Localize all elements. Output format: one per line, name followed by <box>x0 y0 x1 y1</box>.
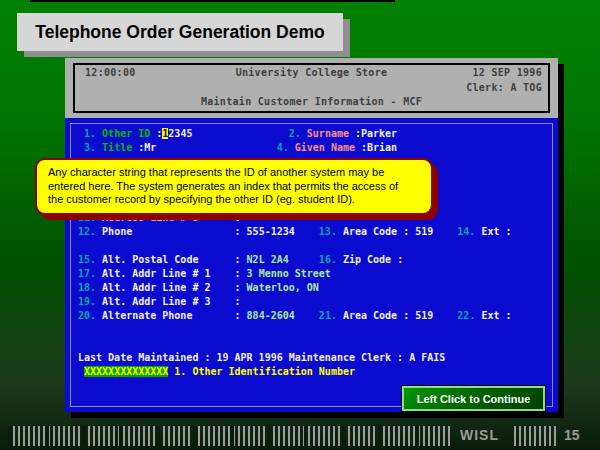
screen-text: 15. <box>78 254 102 265</box>
screen-text: 884-2604 <box>247 310 295 321</box>
screen-text: 17. <box>78 268 102 279</box>
screen-text: 19. <box>78 296 102 307</box>
tooltip-text: Any character string that represents the… <box>48 166 420 207</box>
screen-text: 14. <box>457 226 481 237</box>
screen-text: N2L 2A4 <box>247 254 289 265</box>
screen-text: Alt. Addr Line # 3 : <box>102 296 240 307</box>
screen-text: XXXXXXXXXXXXXX <box>84 366 168 377</box>
tooltip-callout: Any character string that represents the… <box>35 158 433 215</box>
screen-text: Alt. Addr Line # 2 : <box>102 282 247 293</box>
screen-row: 12. Phone : 555-1234 13. Area Code : 519… <box>78 225 512 239</box>
header-date: 12 SEP 1996 <box>472 67 542 78</box>
screen-text: 22. <box>457 310 481 321</box>
header-clerk: Clerk: A TOG <box>466 82 542 93</box>
screen-text: Phone : 555-1234 <box>102 226 319 237</box>
screen-text: 3. <box>78 142 102 153</box>
screen-text: Given Name <box>295 142 361 153</box>
screen-text: 1. Other Identification Number <box>168 366 355 377</box>
screen-row: 15. Alt. Postal Code : N2L 2A4 16. Zip C… <box>78 253 403 267</box>
screen-text: 18. <box>78 282 102 293</box>
screen-text: Ext : <box>481 310 511 321</box>
screen-text: Alternate Phone : <box>102 310 247 321</box>
screen-text: 3 Menno Street <box>247 268 331 279</box>
screen-text: Surname <box>307 128 355 139</box>
slide-title: Telephone Order Generation Demo <box>35 22 324 43</box>
screen-text: 4. <box>277 142 295 153</box>
barcode-right <box>514 426 556 446</box>
screen-text: Zip Code : <box>343 254 403 265</box>
screen-row: 20. Alternate Phone : 884-2604 21. Area … <box>78 309 512 323</box>
screen-text: 2345 <box>168 128 288 139</box>
screen-row: 1. Other ID :12345 2. Surname :Parker <box>78 127 397 141</box>
screen-text: Alt. Addr Line # 1 : <box>102 268 247 279</box>
slide: Telephone Order Generation Demo 12:00:00… <box>0 0 600 450</box>
screen-text: Last Date Maintained : 19 APR 1996 Maint… <box>78 352 445 363</box>
screen-row: 3. Title :Mr 4. Given Name :Brian <box>78 141 397 155</box>
screen-text: 2. <box>289 128 307 139</box>
screen-text: :Brian <box>361 142 397 153</box>
top-edge-line <box>30 0 395 2</box>
screen-text: 20. <box>78 310 102 321</box>
terminal-window: 12:00:00 University College Store 12 SEP… <box>65 58 558 412</box>
footer-bar: WISL 15 <box>0 420 600 450</box>
wisl-logo: WISL <box>460 427 499 443</box>
screen-text: Alt. Postal Code : <box>102 254 247 265</box>
screen-text: 1. <box>78 128 102 139</box>
screen-text: 13. <box>319 226 343 237</box>
screen-text: 16. <box>319 254 343 265</box>
slide-title-box: Telephone Order Generation Demo <box>17 13 343 51</box>
screen-row: 18. Alt. Addr Line # 2 : Waterloo, ON <box>78 281 319 295</box>
screen-row: 19. Alt. Addr Line # 3 : <box>78 295 241 309</box>
continue-button-label: Left Click to Continue <box>417 393 531 405</box>
terminal-header: 12:00:00 University College Store 12 SEP… <box>65 58 558 118</box>
screen-text: :Mr <box>138 142 276 153</box>
continue-button[interactable]: Left Click to Continue <box>402 386 545 411</box>
screen-text: Other ID <box>102 128 156 139</box>
slide-number: 15 <box>564 427 580 443</box>
screen-text: 21. <box>319 310 343 321</box>
screen-text: :Parker <box>355 128 397 139</box>
screen-row: XXXXXXXXXXXXXX 1. Other Identification N… <box>78 365 355 379</box>
screen-text <box>295 310 319 321</box>
barcode-left <box>8 426 452 446</box>
screen-row: 17. Alt. Addr Line # 1 : 3 Menno Street <box>78 267 331 281</box>
screen-text: 12. <box>78 226 102 237</box>
screen-row: Last Date Maintained : 19 APR 1996 Maint… <box>78 351 445 365</box>
screen-text: Area Code : 519 <box>343 310 457 321</box>
screen-text: Ext : <box>481 226 511 237</box>
header-screen-title: Maintain Customer Information - MCF <box>65 96 558 107</box>
screen-text: Area Code : 519 <box>343 226 457 237</box>
screen-text <box>289 254 319 265</box>
screen-text: Waterloo, ON <box>247 282 319 293</box>
screen-text: Title <box>102 142 138 153</box>
